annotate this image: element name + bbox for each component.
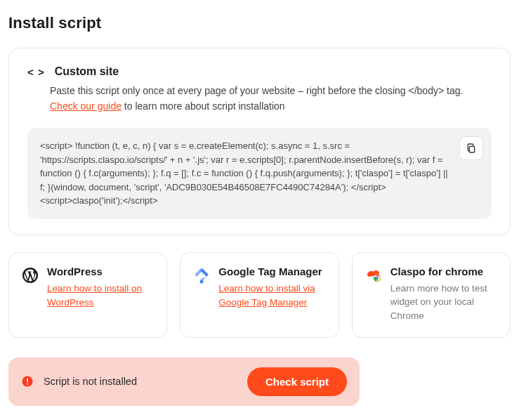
wordpress-title: WordPress <box>47 265 154 277</box>
wordpress-link[interactable]: Learn how to install on WordPress <box>47 283 142 308</box>
status-text: Script is not installed <box>44 376 237 387</box>
code-icon: < > <box>27 66 45 78</box>
copy-icon <box>466 143 477 154</box>
custom-site-header: < > Custom site <box>27 65 492 78</box>
wordpress-icon <box>22 267 39 284</box>
script-code-text: <script> !function (t, e, c, n) { var s … <box>40 140 448 206</box>
integration-tiles: WordPress Learn how to install on WordPr… <box>8 252 511 338</box>
chrome-title: Claspo for chrome <box>390 265 497 277</box>
chrome-text: Learn more how to test widget on your lo… <box>390 282 497 323</box>
check-script-button[interactable]: Check script <box>247 367 347 396</box>
gtm-icon <box>193 267 210 284</box>
custom-desc-after: to learn more about script installation <box>121 100 285 112</box>
copy-script-button[interactable] <box>459 136 483 160</box>
gtm-tile: Google Tag Manager Learn how to install … <box>180 252 339 338</box>
warning-icon <box>21 375 34 388</box>
chrome-tile: Claspo for chrome Learn more how to test… <box>352 252 511 338</box>
svg-rect-5 <box>27 379 28 383</box>
custom-site-title: Custom site <box>55 65 119 78</box>
gtm-link[interactable]: Learn how to install via Google Tag Mana… <box>218 283 315 308</box>
status-bar: Script is not installed Check script <box>8 357 360 406</box>
page-title: Install script <box>8 14 511 32</box>
script-code-box: <script> !function (t, e, c, n) { var s … <box>27 128 492 219</box>
custom-site-description: Paste this script only once at every pag… <box>50 84 492 114</box>
svg-point-2 <box>200 280 204 283</box>
claspo-chrome-icon <box>365 267 382 284</box>
custom-desc-before: Paste this script only once at every pag… <box>50 85 463 96</box>
wordpress-tile: WordPress Learn how to install on WordPr… <box>8 252 167 338</box>
svg-rect-0 <box>469 147 474 153</box>
check-guide-link[interactable]: Check our guide <box>50 100 121 112</box>
gtm-title: Google Tag Manager <box>218 265 325 277</box>
custom-site-card: < > Custom site Paste this script only o… <box>8 48 511 235</box>
svg-point-6 <box>27 383 28 385</box>
